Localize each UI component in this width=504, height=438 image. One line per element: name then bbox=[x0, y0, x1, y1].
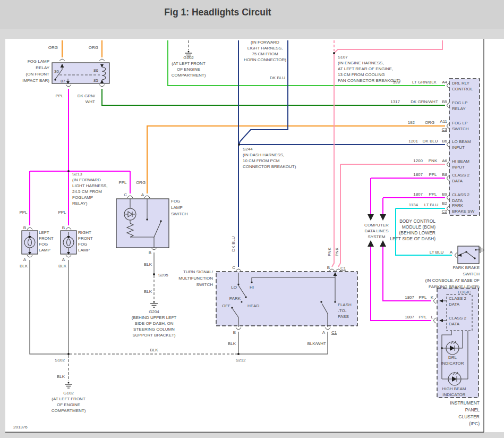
svg-text:E: E bbox=[233, 330, 236, 335]
svg-text:PPL: PPL bbox=[418, 315, 427, 319]
splice-s107-label: S107 bbox=[338, 55, 348, 60]
svg-text:(ON FRONT: (ON FRONT bbox=[26, 72, 50, 77]
svg-text:(IN FORWARD: (IN FORWARD bbox=[72, 178, 101, 182]
svg-text:(BEHIND UPPER LEFT: (BEHIND UPPER LEFT bbox=[132, 315, 177, 320]
svg-text:B5: B5 bbox=[442, 99, 447, 104]
wire-label-pnk-rotated: PNK bbox=[327, 247, 332, 256]
svg-text:FOG LP: FOG LP bbox=[452, 100, 467, 105]
svg-text:FAN CONNECTOR BREAKOUT): FAN CONNECTOR BREAKOUT) bbox=[338, 78, 400, 83]
svg-text:INPUT: INPUT bbox=[452, 145, 465, 150]
relay-name: FOG LAMP bbox=[28, 59, 49, 64]
svg-text:PARKING BRAKE LEVER): PARKING BRAKE LEVER) bbox=[429, 284, 480, 289]
svg-text:B: B bbox=[23, 225, 26, 230]
svg-text:C2: C2 bbox=[442, 209, 448, 214]
svg-text:MODULE (BCM): MODULE (BCM) bbox=[402, 224, 435, 230]
svg-text:MULTIFUNCTION: MULTIFUNCTION bbox=[178, 276, 213, 281]
left-fog-lamp-name: LEFT bbox=[39, 230, 49, 235]
svg-text:A: A bbox=[322, 330, 326, 335]
relay-pin-87: 87 bbox=[61, 79, 65, 83]
svg-text:DATA: DATA bbox=[449, 302, 460, 307]
splice-s212-label: S212 bbox=[236, 358, 246, 363]
svg-text:PASS: PASS bbox=[338, 314, 349, 319]
svg-text:BRAKE SW: BRAKE SW bbox=[452, 209, 475, 214]
svg-text:A: A bbox=[450, 250, 453, 255]
svg-text:PPL: PPL bbox=[418, 295, 427, 300]
svg-text:RELAY: RELAY bbox=[36, 65, 49, 70]
circuit-1200: 1200 bbox=[413, 158, 423, 163]
wire-label-org: ORG bbox=[136, 180, 146, 185]
svg-text:C: C bbox=[124, 192, 127, 197]
circuit-1807-b8: 1807 bbox=[413, 172, 423, 177]
wire-label-ppl: PPL bbox=[58, 210, 66, 215]
ground-g204-label: G204 bbox=[149, 309, 159, 314]
svg-text:SYSTEM: SYSTEM bbox=[368, 234, 386, 239]
svg-text:DATA: DATA bbox=[449, 322, 460, 326]
splice-s102-label: S102 bbox=[55, 358, 65, 363]
svg-text:RELAY): RELAY) bbox=[72, 201, 88, 206]
svg-text:PPL: PPL bbox=[429, 172, 437, 177]
svg-text:SWITCH: SWITCH bbox=[452, 127, 469, 131]
wire-label-blk: BLK bbox=[57, 374, 65, 379]
svg-text:FOG: FOG bbox=[39, 242, 48, 247]
svg-text:OF ENGINE: OF ENGINE bbox=[177, 67, 200, 72]
circuit-592: 592 bbox=[393, 80, 400, 85]
svg-text:LIGHT HARNESS,: LIGHT HARNESS, bbox=[72, 183, 108, 188]
wire-label-blk: BLK bbox=[228, 341, 236, 346]
svg-text:DATA LINES: DATA LINES bbox=[364, 229, 388, 233]
ipc-name: INSTRUMENT bbox=[450, 400, 480, 406]
svg-text:75 CM FROM: 75 CM FROM bbox=[252, 52, 278, 56]
svg-text:LT BLU: LT BLU bbox=[424, 203, 439, 207]
wire-label-blk: BLK bbox=[144, 262, 152, 267]
svg-text:DK GRN/WHT: DK GRN/WHT bbox=[411, 99, 438, 104]
svg-text:RELAY: RELAY bbox=[452, 106, 466, 111]
high-beam-indicator-label: HIGH BEAM bbox=[442, 386, 466, 391]
svg-text:10 CM FROM PCM: 10 CM FROM PCM bbox=[243, 158, 280, 163]
ipc-logic-label: LOGIC bbox=[458, 290, 471, 294]
svg-text:PARK: PARK bbox=[229, 296, 241, 301]
svg-text:B6: B6 bbox=[442, 139, 447, 144]
bcm-name: BODY CONTROL bbox=[399, 218, 435, 224]
svg-text:PANEL: PANEL bbox=[465, 407, 480, 412]
svg-text:CLASS 2: CLASS 2 bbox=[449, 316, 466, 321]
svg-text:PARK: PARK bbox=[452, 203, 464, 208]
wire-label-dkblu-rotated: DK BLU bbox=[231, 236, 236, 251]
drl-indicator-label: DRL bbox=[448, 355, 457, 360]
svg-text:A4: A4 bbox=[442, 80, 447, 85]
ground-g102-top-label: G102 bbox=[183, 55, 194, 60]
svg-text:CLASS 2: CLASS 2 bbox=[449, 296, 466, 301]
splice-s244-label: S244 bbox=[243, 147, 253, 151]
wire-label-blk: BLK bbox=[144, 289, 152, 294]
svg-text:(IN CONSOLE, AT BASE OF: (IN CONSOLE, AT BASE OF bbox=[425, 278, 480, 283]
splice-s213-label: S213 bbox=[72, 172, 82, 176]
svg-text:HORN CONNECTOR): HORN CONNECTOR) bbox=[244, 57, 286, 62]
figure-title: Fig 1: Headlights Circuit bbox=[164, 7, 271, 18]
svg-text:(IPC): (IPC) bbox=[469, 421, 480, 426]
drawing-number: 201376 bbox=[13, 425, 28, 429]
svg-text:A: A bbox=[62, 257, 65, 262]
wire-label-blk: BLK bbox=[20, 264, 28, 268]
svg-text:B: B bbox=[149, 250, 151, 255]
svg-text:LO BEAM: LO BEAM bbox=[452, 139, 471, 144]
wire-label-blkwht: BLK/WHT bbox=[307, 341, 326, 346]
svg-text:FOGLAMP: FOGLAMP bbox=[72, 195, 93, 200]
svg-text:(IN DASH HARNESS,: (IN DASH HARNESS, bbox=[243, 153, 284, 157]
svg-text:PNK: PNK bbox=[429, 158, 438, 163]
svg-text:(AT LEFT FRONT: (AT LEFT FRONT bbox=[172, 61, 206, 66]
wire-label-ppl: PPL bbox=[55, 94, 64, 98]
svg-text:SUPPORT BRACKET): SUPPORT BRACKET) bbox=[132, 333, 175, 338]
svg-text:B8: B8 bbox=[442, 172, 447, 177]
svg-text:C1: C1 bbox=[331, 330, 337, 335]
svg-text:C: C bbox=[232, 265, 235, 270]
circuit-1134: 1134 bbox=[409, 203, 418, 207]
svg-text:FRONT: FRONT bbox=[39, 236, 54, 241]
svg-text:INDICATOR: INDICATOR bbox=[442, 392, 465, 397]
svg-text:DK BLU: DK BLU bbox=[423, 139, 438, 144]
svg-text:LIGHT HARNESS,: LIGHT HARNESS, bbox=[247, 46, 283, 50]
wire-label-ltblu: LT BLU bbox=[430, 250, 444, 255]
fog-switch-name: FOG bbox=[171, 199, 180, 204]
svg-text:FRONT: FRONT bbox=[78, 236, 93, 241]
relay-pin-85: 85 bbox=[93, 78, 98, 83]
svg-text:C3: C3 bbox=[442, 127, 448, 132]
wire-label-blk: BLK bbox=[58, 264, 67, 268]
bcm-fn: DRL RLY bbox=[452, 81, 470, 86]
